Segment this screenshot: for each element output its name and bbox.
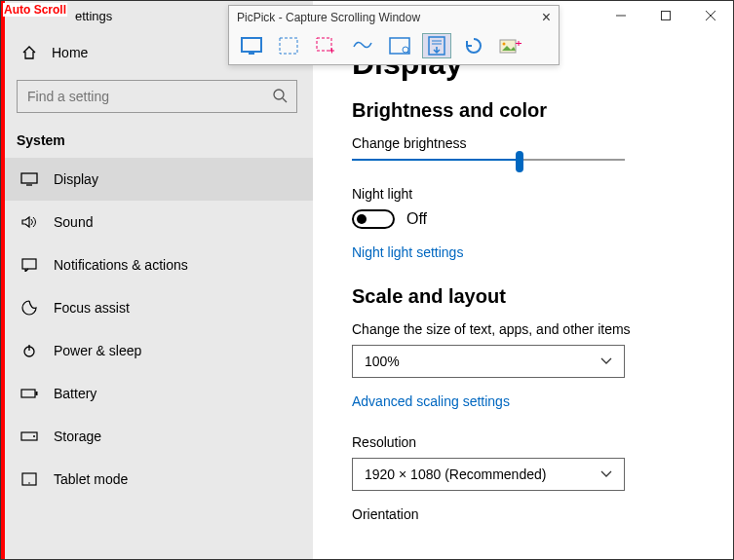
scale-value: 100%: [365, 354, 400, 369]
search-icon: [272, 88, 288, 103]
fullscreen-capture-icon[interactable]: [237, 33, 266, 58]
svg-rect-22: [22, 259, 36, 269]
storage-icon: [20, 431, 38, 441]
notifications-icon: [20, 258, 38, 272]
svg-line-19: [283, 98, 287, 102]
home-label: Home: [52, 45, 88, 60]
scrolling-capture-icon[interactable]: [422, 33, 451, 58]
tablet-icon: [20, 472, 38, 486]
maximize-button[interactable]: [643, 1, 688, 30]
sidebar-item-storage[interactable]: Storage: [1, 415, 313, 458]
main-content: Display Brightness and color Change brig…: [313, 1, 733, 559]
sidebar-item-label: Battery: [54, 386, 97, 401]
picpick-title: PicPick - Capture Scrolling Window: [237, 11, 420, 24]
display-icon: [20, 172, 38, 186]
svg-point-17: [503, 43, 506, 46]
section-brightness: Brightness and color: [352, 99, 694, 122]
home-icon: [20, 45, 38, 60]
nightlight-state: Off: [406, 210, 427, 228]
repeat-capture-icon[interactable]: [459, 33, 488, 58]
resolution-value: 1920 × 1080 (Recommended): [365, 467, 546, 482]
svg-rect-26: [36, 392, 38, 395]
slider-fill: [352, 159, 516, 161]
freehand-capture-icon[interactable]: [348, 33, 377, 58]
scale-dropdown[interactable]: 100%: [352, 345, 625, 378]
sidebar-item-focus-assist[interactable]: Focus assist: [1, 286, 313, 329]
sidebar-item-label: Focus assist: [54, 300, 130, 316]
advanced-scaling-link[interactable]: Advanced scaling settings: [352, 393, 694, 409]
svg-rect-20: [21, 173, 37, 183]
sidebar: ettings Home System Display Sound Notifi…: [1, 1, 313, 559]
svg-rect-10: [390, 38, 409, 54]
svg-rect-5: [249, 53, 254, 55]
svg-rect-25: [21, 390, 35, 397]
section-scale: Scale and layout: [352, 285, 694, 308]
sidebar-item-label: Display: [54, 171, 98, 187]
sidebar-item-label: Sound: [54, 214, 93, 230]
sidebar-item-label: Tablet mode: [54, 471, 128, 487]
svg-point-18: [274, 90, 284, 99]
brightness-slider[interactable]: [352, 159, 625, 161]
picpick-toolbar: PicPick - Capture Scrolling Window ×: [228, 5, 560, 65]
svg-rect-16: [500, 40, 516, 53]
image-tool-icon[interactable]: [496, 33, 525, 58]
chevron-down-icon: [600, 470, 612, 478]
minimize-button[interactable]: [599, 1, 643, 30]
window-capture-icon[interactable]: [385, 33, 414, 58]
nightlight-toggle[interactable]: [352, 209, 395, 229]
resolution-dropdown[interactable]: 1920 × 1080 (Recommended): [352, 458, 625, 491]
picpick-close-button[interactable]: ×: [542, 9, 551, 26]
nightlight-settings-link[interactable]: Night light settings: [352, 244, 694, 260]
focus-assist-icon: [20, 300, 38, 316]
svg-point-30: [28, 482, 30, 484]
sidebar-item-display[interactable]: Display: [1, 158, 313, 201]
scale-label: Change the size of text, apps, and other…: [352, 321, 694, 337]
svg-rect-7: [317, 38, 331, 51]
red-marker-bar: [1, 1, 5, 559]
slider-thumb[interactable]: [516, 151, 523, 172]
orientation-label: Orientation: [352, 506, 694, 522]
autoscroll-label: Auto Scroll: [3, 3, 67, 17]
sidebar-item-battery[interactable]: Battery: [1, 372, 313, 415]
window-controls: [599, 1, 733, 30]
region-capture-icon[interactable]: [274, 33, 303, 58]
sidebar-item-label: Power & sleep: [54, 343, 141, 358]
sidebar-item-tablet[interactable]: Tablet mode: [1, 458, 313, 501]
svg-point-28: [33, 435, 35, 437]
resolution-label: Resolution: [352, 434, 694, 450]
chevron-down-icon: [600, 357, 612, 365]
nightlight-label: Night light: [352, 186, 694, 202]
brightness-label: Change brightness: [352, 135, 694, 151]
sidebar-item-sound[interactable]: Sound: [1, 201, 313, 243]
sidebar-item-label: Storage: [54, 429, 101, 444]
toggle-knob: [357, 214, 367, 224]
battery-icon: [20, 388, 38, 399]
search-input[interactable]: [17, 80, 297, 113]
fixed-region-capture-icon[interactable]: [311, 33, 340, 58]
sound-icon: [20, 215, 38, 229]
sidebar-item-label: Notifications & actions: [54, 257, 188, 273]
sidebar-item-notifications[interactable]: Notifications & actions: [1, 243, 313, 286]
close-button[interactable]: [688, 1, 733, 30]
svg-rect-4: [242, 38, 261, 52]
category-label: System: [1, 113, 313, 158]
svg-rect-1: [662, 12, 671, 20]
power-icon: [20, 343, 38, 358]
sidebar-item-power[interactable]: Power & sleep: [1, 329, 313, 372]
svg-rect-6: [280, 38, 297, 54]
